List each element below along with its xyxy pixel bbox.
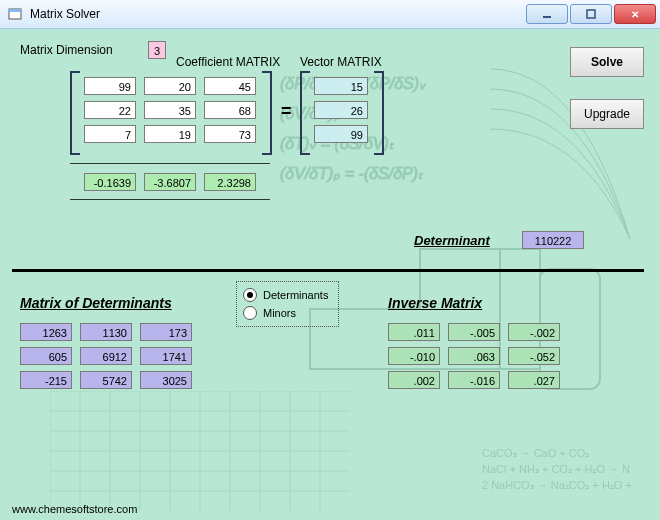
svg-rect-1 bbox=[9, 9, 21, 12]
radio-label: Determinants bbox=[263, 289, 328, 301]
detmat-cell: 1741 bbox=[140, 347, 192, 365]
vector-bracket-right bbox=[374, 71, 384, 155]
inverse-label: Inverse Matrix bbox=[388, 295, 482, 311]
detmat-cell: 173 bbox=[140, 323, 192, 341]
inverse-cell: .027 bbox=[508, 371, 560, 389]
solution-cell: 2.3298 bbox=[204, 173, 256, 191]
inverse-cell: .002 bbox=[388, 371, 440, 389]
svg-text:2 NaHCO₃ → Na₂CO₂ + H₂O +: 2 NaHCO₃ → Na₂CO₂ + H₂O + bbox=[482, 479, 632, 491]
divider bbox=[70, 199, 270, 200]
dimension-input[interactable]: 3 bbox=[148, 41, 166, 59]
section-divider bbox=[12, 269, 644, 272]
svg-text:(δV/δT)ₚ = -(δS/δP)ₜ: (δV/δT)ₚ = -(δS/δP)ₜ bbox=[280, 165, 423, 182]
vector-cell[interactable]: 15 bbox=[314, 77, 368, 95]
radio-group: Determinants Minors bbox=[236, 281, 339, 327]
coeff-cell[interactable]: 20 bbox=[144, 77, 196, 95]
detmat-cell: 5742 bbox=[80, 371, 132, 389]
coeff-label: Coefficient MATRIX bbox=[176, 55, 280, 69]
close-button[interactable]: ✕ bbox=[614, 4, 656, 24]
inverse-cell: -.052 bbox=[508, 347, 560, 365]
footer-link[interactable]: www.chemesoftstore.com bbox=[12, 503, 137, 515]
titlebar: Matrix Solver ✕ bbox=[0, 0, 660, 29]
matdet-label: Matrix of Determinants bbox=[20, 295, 172, 311]
coeff-cell[interactable]: 7 bbox=[84, 125, 136, 143]
detmat-cell: 6912 bbox=[80, 347, 132, 365]
dimension-label: Matrix Dimension bbox=[20, 43, 113, 57]
coeff-cell[interactable]: 73 bbox=[204, 125, 256, 143]
radio-dot-icon bbox=[243, 306, 257, 320]
radio-determinants[interactable]: Determinants bbox=[243, 286, 328, 304]
equals-sign: = bbox=[281, 101, 292, 122]
vector-bracket-left bbox=[300, 71, 310, 155]
vector-cell[interactable]: 99 bbox=[314, 125, 368, 143]
coeff-cell[interactable]: 35 bbox=[144, 101, 196, 119]
detmat-cell: 1263 bbox=[20, 323, 72, 341]
window-title: Matrix Solver bbox=[30, 7, 526, 21]
solution-cell: -0.1639 bbox=[84, 173, 136, 191]
inverse-cell: -.010 bbox=[388, 347, 440, 365]
coeff-bracket-left bbox=[70, 71, 80, 155]
svg-text:NaCl + NH₃ + CO₂ + H₂O → N: NaCl + NH₃ + CO₂ + H₂O → N bbox=[482, 463, 630, 475]
svg-rect-2 bbox=[543, 16, 551, 18]
coeff-cell[interactable]: 68 bbox=[204, 101, 256, 119]
radio-dot-icon bbox=[243, 288, 257, 302]
inverse-cell: .063 bbox=[448, 347, 500, 365]
detmat-cell: 605 bbox=[20, 347, 72, 365]
coeff-cell[interactable]: 19 bbox=[144, 125, 196, 143]
inverse-cell: -.002 bbox=[508, 323, 560, 341]
app-icon bbox=[8, 6, 24, 22]
minimize-button[interactable] bbox=[526, 4, 568, 24]
coeff-cell[interactable]: 22 bbox=[84, 101, 136, 119]
detmat-cell: 3025 bbox=[140, 371, 192, 389]
radio-label: Minors bbox=[263, 307, 296, 319]
coeff-bracket-right bbox=[262, 71, 272, 155]
solution-cell: -3.6807 bbox=[144, 173, 196, 191]
upgrade-button[interactable]: Upgrade bbox=[570, 99, 644, 129]
determinant-label: Determinant bbox=[414, 233, 490, 248]
svg-rect-3 bbox=[587, 10, 595, 18]
vector-label: Vector MATRIX bbox=[300, 55, 382, 69]
inverse-cell: -.016 bbox=[448, 371, 500, 389]
divider bbox=[70, 163, 270, 164]
inverse-cell: .011 bbox=[388, 323, 440, 341]
radio-minors[interactable]: Minors bbox=[243, 304, 328, 322]
determinant-value: 110222 bbox=[522, 231, 584, 249]
maximize-button[interactable] bbox=[570, 4, 612, 24]
vector-cell[interactable]: 26 bbox=[314, 101, 368, 119]
detmat-cell: 1130 bbox=[80, 323, 132, 341]
inverse-cell: -.005 bbox=[448, 323, 500, 341]
solve-button[interactable]: Solve bbox=[570, 47, 644, 77]
detmat-cell: -215 bbox=[20, 371, 72, 389]
svg-text:CaCO₃ → CaO + CO₂: CaCO₃ → CaO + CO₂ bbox=[482, 447, 589, 459]
coeff-cell[interactable]: 99 bbox=[84, 77, 136, 95]
coeff-cell[interactable]: 45 bbox=[204, 77, 256, 95]
